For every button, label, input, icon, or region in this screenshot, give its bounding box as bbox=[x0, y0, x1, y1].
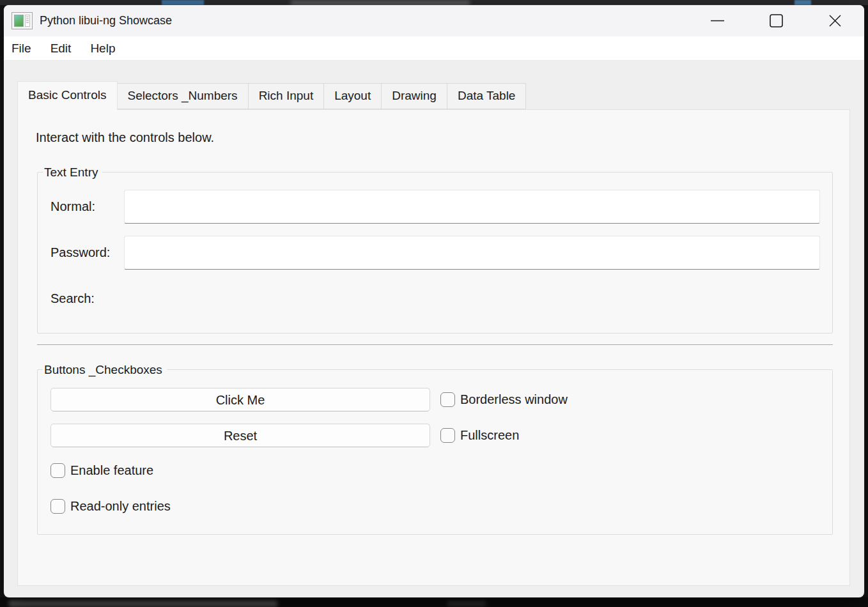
group-buttons-checkboxes-title: Buttons _Checkboxes bbox=[43, 362, 167, 378]
minimize-button[interactable] bbox=[688, 5, 747, 36]
checkbox-label: Read-only entries bbox=[70, 499, 171, 514]
tab-layout[interactable]: Layout bbox=[323, 83, 382, 109]
app-window: Python libui-ng Showcase File Edit Help bbox=[4, 5, 864, 597]
intro-text: Interact with the controls below. bbox=[36, 130, 214, 145]
normal-entry-label: Normal: bbox=[50, 199, 95, 214]
tab-strip: Basic Controls Selectors _Numbers Rich I… bbox=[17, 81, 526, 110]
group-text-entry-title: Text Entry bbox=[43, 164, 102, 180]
app-icon-sidebar bbox=[25, 15, 30, 27]
reset-button[interactable]: Reset bbox=[50, 424, 430, 447]
click-me-button[interactable]: Click Me bbox=[50, 388, 430, 411]
normal-entry-input[interactable] bbox=[124, 190, 820, 224]
tab-rich-input[interactable]: Rich Input bbox=[248, 83, 325, 109]
close-icon bbox=[828, 14, 842, 27]
tab-panel-basic-controls: Interact with the controls below. Text E… bbox=[17, 109, 850, 586]
application-window-icon bbox=[12, 12, 33, 29]
maximize-icon bbox=[770, 14, 783, 27]
password-entry-input[interactable] bbox=[124, 236, 820, 270]
desktop-background-bottom bbox=[0, 597, 868, 607]
title-bar: Python libui-ng Showcase bbox=[4, 5, 864, 36]
checkbox-label: Enable feature bbox=[70, 463, 153, 478]
menu-bar: File Edit Help bbox=[4, 36, 864, 61]
background-artifact bbox=[447, 601, 486, 606]
tab-selectors-numbers[interactable]: Selectors _Numbers bbox=[117, 83, 249, 109]
tab-drawing[interactable]: Drawing bbox=[381, 83, 447, 109]
checkbox-box bbox=[50, 463, 65, 478]
read-only-entries-checkbox[interactable]: Read-only entries bbox=[50, 499, 171, 514]
tab-data-table[interactable]: Data Table bbox=[447, 83, 527, 109]
close-button[interactable] bbox=[805, 5, 864, 36]
maximize-button[interactable] bbox=[747, 5, 805, 36]
checkbox-label: Fullscreen bbox=[460, 428, 519, 443]
group-buttons-checkboxes: Buttons _Checkboxes Click Me Reset Borde… bbox=[37, 369, 833, 535]
menu-item-file[interactable]: File bbox=[12, 36, 31, 61]
desktop-background-top bbox=[0, 0, 868, 5]
checkbox-label: Borderless window bbox=[460, 392, 568, 407]
app-icon-canvas bbox=[14, 15, 24, 27]
borderless-window-checkbox[interactable]: Borderless window bbox=[440, 392, 568, 407]
checkbox-box bbox=[50, 499, 65, 514]
fullscreen-checkbox[interactable]: Fullscreen bbox=[440, 428, 519, 443]
window-title: Python libui-ng Showcase bbox=[40, 14, 172, 27]
horizontal-separator bbox=[37, 344, 833, 346]
checkbox-box bbox=[440, 392, 455, 407]
enable-feature-checkbox[interactable]: Enable feature bbox=[50, 463, 153, 478]
background-artifact bbox=[291, 1, 470, 5]
background-artifact bbox=[794, 0, 811, 5]
background-artifact bbox=[9, 600, 277, 607]
checkbox-box bbox=[440, 428, 455, 443]
tab-basic-controls[interactable]: Basic Controls bbox=[17, 81, 118, 110]
menu-item-help[interactable]: Help bbox=[90, 36, 115, 61]
minimize-icon bbox=[711, 14, 724, 27]
search-entry-label: Search: bbox=[50, 291, 95, 306]
background-artifact bbox=[162, 0, 204, 5]
group-text-entry: Text Entry Normal: Password: Search: bbox=[37, 172, 833, 334]
password-entry-label: Password: bbox=[50, 245, 110, 260]
caption-buttons bbox=[688, 5, 864, 36]
menu-item-edit[interactable]: Edit bbox=[50, 36, 72, 61]
